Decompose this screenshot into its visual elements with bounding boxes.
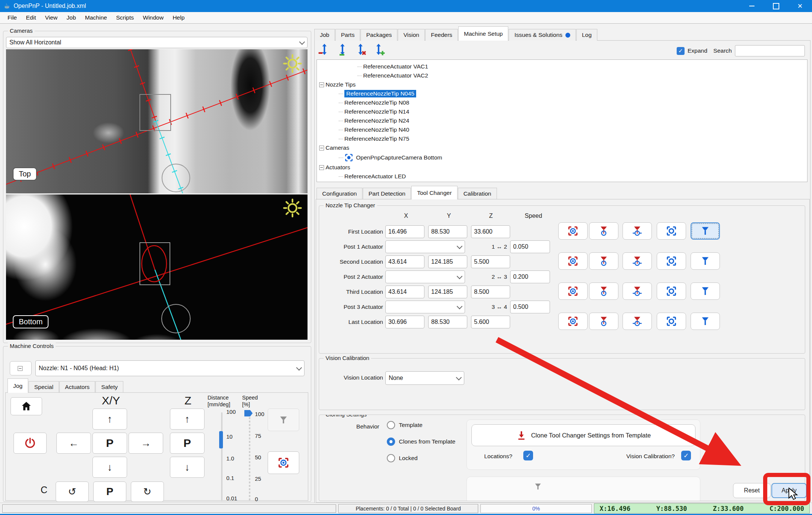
capture-camera-location-button[interactable] <box>558 252 588 270</box>
tab-safety[interactable]: Safety <box>95 381 123 393</box>
tab-special[interactable]: Special <box>29 381 59 393</box>
capture-nozzle-z-button[interactable] <box>623 313 652 330</box>
add-nozzle-tip-button[interactable] <box>372 43 385 56</box>
second-location-x-field[interactable]: 43.614 <box>385 255 424 268</box>
apply-button[interactable]: Apply <box>771 483 807 498</box>
locations-checkbox[interactable]: ✓ <box>523 451 533 460</box>
tree-item-actuators[interactable]: Actuators <box>319 163 807 172</box>
capture-camera-location-button[interactable] <box>558 222 588 240</box>
distance-slider-track[interactable] <box>221 412 223 501</box>
tree-item[interactable]: ReferenceActuator VAC2 <box>319 71 807 80</box>
tree-expander[interactable] <box>319 146 324 150</box>
move-nozzle-to-location-button[interactable] <box>691 222 720 240</box>
tab-vision[interactable]: Vision <box>398 29 425 41</box>
first-location-x-field[interactable]: 16.496 <box>385 225 424 238</box>
tab-packages[interactable]: Packages <box>361 29 397 41</box>
tab-feeders[interactable]: Feeders <box>425 29 458 41</box>
tab-log[interactable]: Log <box>576 29 597 41</box>
menu-machine[interactable]: Machine <box>80 14 112 21</box>
tab-tool-changer[interactable]: Tool Changer <box>411 186 457 199</box>
tab-jog[interactable]: Jog <box>8 378 28 393</box>
tab-calibration[interactable]: Calibration <box>458 188 497 199</box>
jog-y-minus-button[interactable]: ↓ <box>92 457 127 478</box>
capture-camera-location-button[interactable] <box>558 283 588 300</box>
tree-item[interactable]: ReferenceNozzleTip N14 <box>319 107 807 116</box>
tree-item[interactable]: ReferenceNozzleTip N75 <box>319 134 807 143</box>
capture-camera-location-button[interactable] <box>558 313 588 330</box>
capture-nozzle-z-button[interactable] <box>623 222 652 240</box>
capture-camera-button[interactable] <box>268 451 299 474</box>
position-z-button[interactable]: P <box>170 433 205 454</box>
move-nozzle-to-location-button[interactable] <box>691 283 720 300</box>
distance-slider-handle[interactable] <box>219 431 223 448</box>
second-location-z-field[interactable]: 5.500 <box>471 255 510 268</box>
tree-item[interactable]: ReferenceActuator LED <box>319 172 807 181</box>
capture-nozzle-location-button[interactable] <box>589 252 618 270</box>
tab-parts[interactable]: Parts <box>335 29 360 41</box>
tab-issues-solutions[interactable]: Issues & Solutions <box>509 29 576 41</box>
tree-item-cameras[interactable]: Cameras <box>319 143 807 152</box>
jog-z-plus-button[interactable]: ↑ <box>170 409 205 430</box>
tab-configuration[interactable]: Configuration <box>317 188 362 199</box>
menu-window[interactable]: Window <box>138 14 168 21</box>
camera-light-icon[interactable] <box>283 54 302 73</box>
capture-nozzle-location-button[interactable] <box>589 222 618 240</box>
jog-c-cw-button[interactable]: ↻ <box>131 482 164 502</box>
first-location-y-field[interactable]: 88.530 <box>428 225 467 238</box>
tree-item-nozzle-tips[interactable]: Nozzle Tips <box>319 80 807 89</box>
position-xy-button[interactable]: P <box>92 433 127 454</box>
tree-item[interactable]: ReferenceActuator VAC1 <box>319 62 807 71</box>
unload-nozzle-tip-button[interactable] <box>354 43 367 56</box>
first-location-z-field[interactable]: 33.600 <box>471 225 510 238</box>
close-button[interactable]: ✕ <box>788 0 812 12</box>
capture-nozzle-z-button[interactable] <box>623 283 652 300</box>
capture-nozzle-z-button[interactable] <box>623 252 652 270</box>
jog-x-minus-button[interactable]: ← <box>56 433 91 454</box>
tree-item-selected[interactable]: ReferenceNozzleTip N045 <box>319 89 807 98</box>
tree-expander[interactable] <box>319 165 324 170</box>
tree-item[interactable]: ReferenceNozzleTip N08 <box>319 98 807 107</box>
third-location-z-field[interactable]: 8.500 <box>471 286 510 298</box>
speed-2-3-field[interactable]: 0.200 <box>510 270 550 283</box>
third-location-y-field[interactable]: 124.185 <box>428 286 467 298</box>
power-button[interactable] <box>14 433 47 454</box>
tree-item[interactable]: ReferenceNozzleTip N40 <box>319 125 807 134</box>
top-camera-view[interactable]: Top <box>6 49 308 193</box>
tab-job[interactable]: Job <box>314 29 335 41</box>
tab-actuators[interactable]: Actuators <box>59 381 95 393</box>
tree-expander[interactable] <box>319 82 324 87</box>
home-button[interactable] <box>11 397 42 415</box>
expand-checkbox[interactable]: ✓ <box>677 47 685 55</box>
tool-selector[interactable]: Nozzle: N1 - N045 (Head: H1) <box>35 360 304 376</box>
last-location-x-field[interactable]: 30.696 <box>385 316 424 328</box>
vision-calibration-checkbox[interactable]: ✓ <box>681 451 691 460</box>
move-camera-to-location-button[interactable] <box>657 222 686 240</box>
menu-help[interactable]: Help <box>168 14 189 21</box>
bottom-camera-view[interactable]: Bottom <box>6 194 308 340</box>
tree-item[interactable]: ReferenceNozzleTip N24 <box>319 116 807 125</box>
tree-item-camera[interactable]: OpenPnpCaptureCamera Bottom <box>319 152 807 163</box>
last-location-y-field[interactable]: 88.530 <box>428 316 467 328</box>
jog-z-minus-button[interactable]: ↓ <box>170 457 205 478</box>
last-location-z-field[interactable]: 5.600 <box>471 316 510 328</box>
search-input[interactable] <box>735 45 805 56</box>
reset-button[interactable]: Reset <box>733 483 771 498</box>
capture-nozzle-location-button[interactable] <box>589 283 618 300</box>
speed-slider-track[interactable] <box>249 414 250 500</box>
jog-c-ccw-button[interactable]: ↺ <box>56 482 89 502</box>
menu-scripts[interactable]: Scripts <box>112 14 138 21</box>
load-nozzle-tip-button[interactable] <box>336 43 349 56</box>
maximize-button[interactable] <box>764 0 788 12</box>
camera-light-icon[interactable] <box>283 198 302 218</box>
capture-nozzle-location-button[interactable] <box>589 313 618 330</box>
minimize-button[interactable] <box>740 0 764 12</box>
second-location-y-field[interactable]: 124.185 <box>428 255 467 268</box>
position-c-button[interactable]: P <box>93 482 126 502</box>
jog-x-plus-button[interactable]: → <box>129 433 163 454</box>
jog-y-plus-button[interactable]: ↑ <box>92 409 127 430</box>
speed-1-2-field[interactable]: 0.050 <box>510 240 550 253</box>
radio-template[interactable]: Template <box>387 421 423 429</box>
park-nozzle-button[interactable] <box>268 409 299 431</box>
menu-view[interactable]: View <box>41 14 62 21</box>
tab-part-detection[interactable]: Part Detection <box>363 188 411 199</box>
